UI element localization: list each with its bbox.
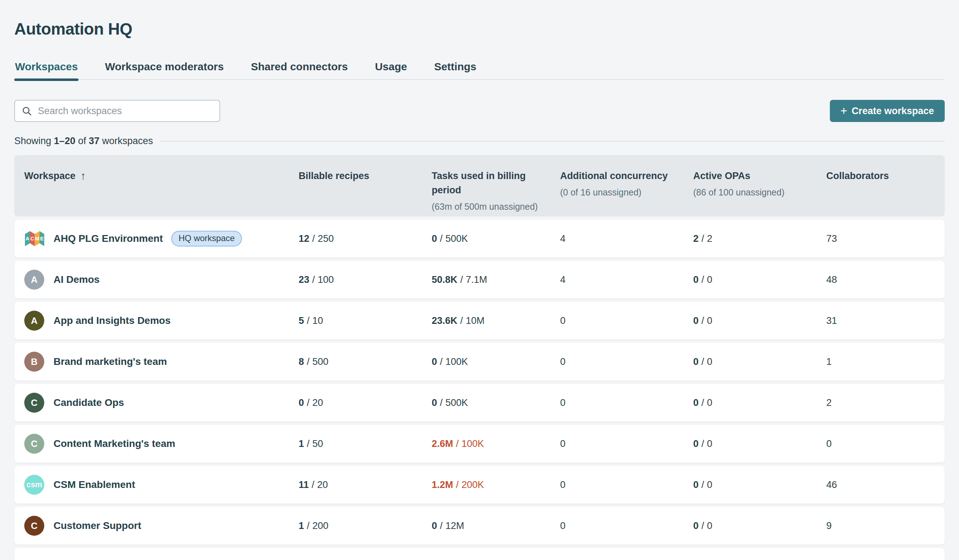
billable-recipes-cell: 12/250 xyxy=(299,233,432,244)
results-summary-row: Showing 1–20 of 37 workspaces xyxy=(14,135,945,146)
active-opas-cell: 0/0 xyxy=(693,356,826,368)
active-opas-cell: 0/0 xyxy=(693,479,826,490)
workspace-row[interactable]: C Customer Support 1/200 0/12M 0 0/0 9 xyxy=(14,507,945,545)
workspace-row[interactable]: ACME AHQ PLG Environment HQ workspace 12… xyxy=(14,220,945,258)
workspace-row[interactable]: csm CSM Enablement 11/20 1.2M/200K 0 0/0… xyxy=(14,466,945,504)
sort-ascending-icon: ↑ xyxy=(81,169,86,183)
automation-hq-page: Automation HQ Workspaces Workspace moder… xyxy=(0,19,959,560)
create-workspace-label: Create workspace xyxy=(852,106,934,117)
search-workspaces-box[interactable] xyxy=(14,100,220,122)
summary-of: of xyxy=(78,135,86,146)
workspace-avatar: C xyxy=(24,434,44,454)
workspace-name: AI Demos xyxy=(54,274,100,285)
billable-recipes-cell: 5/10 xyxy=(299,315,432,326)
workspace-avatar: csm xyxy=(24,475,44,495)
toolbar: + Create workspace xyxy=(14,100,945,122)
workspace-row[interactable]: A AI Demos 23/100 50.8K/7.1M 4 0/0 48 xyxy=(14,261,945,299)
column-header-billable-recipes[interactable]: Billable recipes xyxy=(299,169,432,183)
collaborators-cell: 31 xyxy=(826,315,945,326)
billable-recipes-cell: 1/50 xyxy=(299,438,432,449)
workspace-name: Brand marketing's team xyxy=(54,356,167,368)
concurrency-cell: 0 xyxy=(560,479,693,490)
tab-usage[interactable]: Usage xyxy=(374,60,408,80)
tasks-cell: 0/100K xyxy=(432,356,560,368)
concurrency-cell: 0 xyxy=(560,438,693,449)
workspace-cell: ACME AHQ PLG Environment HQ workspace xyxy=(14,229,299,248)
billable-recipes-cell: 0/20 xyxy=(299,397,432,409)
svg-text:E: E xyxy=(40,235,43,242)
workspace-cell: A AI Demos xyxy=(14,270,299,290)
tab-workspace-moderators[interactable]: Workspace moderators xyxy=(104,60,225,80)
workspace-name: App and Insights Demos xyxy=(54,315,170,326)
workspace-cell: C Customer Support xyxy=(14,516,299,536)
workspace-avatar: A xyxy=(24,270,44,290)
workspace-row[interactable]: B Brand marketing's team 8/500 0/100K 0 … xyxy=(14,343,945,380)
collaborators-cell: 73 xyxy=(826,233,945,244)
billable-recipes-cell: 8/500 xyxy=(299,356,432,368)
collaborators-cell: 0 xyxy=(826,438,945,449)
svg-text:C: C xyxy=(30,235,34,242)
tasks-cell: 23.6K/10M xyxy=(432,315,560,326)
tab-shared-connectors[interactable]: Shared connectors xyxy=(250,60,349,80)
tab-settings[interactable]: Settings xyxy=(433,60,477,80)
collaborators-cell: 2 xyxy=(826,397,945,409)
active-opas-cell: 0/0 xyxy=(693,520,826,531)
workspace-cell: csm CSM Enablement xyxy=(14,475,299,495)
summary-total: 37 xyxy=(89,135,100,146)
workspace-row[interactable]: A App and Insights Demos 5/10 23.6K/10M … xyxy=(14,302,945,340)
hq-workspace-badge: HQ workspace xyxy=(171,231,242,247)
summary-suffix: workspaces xyxy=(102,135,153,146)
workspace-avatar: C xyxy=(24,393,44,413)
tab-bar: Workspaces Workspace moderators Shared c… xyxy=(14,60,945,80)
column-header-active-opas[interactable]: Active OPAs (86 of 100 unassigned) xyxy=(693,169,826,198)
tasks-cell: 1.2M/200K xyxy=(432,479,560,490)
concurrency-cell: 4 xyxy=(560,274,693,285)
concurrency-cell: 0 xyxy=(560,520,693,531)
workspace-avatar: B xyxy=(24,352,44,372)
active-opas-cell: 0/0 xyxy=(693,438,826,449)
tasks-cell: 50.8K/7.1M xyxy=(432,274,560,285)
summary-range: 1–20 xyxy=(54,135,75,146)
workspace-name: AHQ PLG Environment xyxy=(54,233,163,244)
concurrency-cell: 0 xyxy=(560,315,693,326)
workspace-cell: C Candidate Ops xyxy=(14,393,299,413)
svg-text:M: M xyxy=(35,235,40,242)
column-header-tasks[interactable]: Tasks used in billing period (63m of 500… xyxy=(432,169,560,213)
workspace-row[interactable]: C Content Marketing's team 1/50 2.6M/100… xyxy=(14,425,945,463)
collaborators-cell: 46 xyxy=(826,479,945,490)
workspace-cell: B Brand marketing's team xyxy=(14,352,299,372)
workspace-cell: A App and Insights Demos xyxy=(14,311,299,331)
tasks-cell: 0/500K xyxy=(432,397,560,409)
create-workspace-button[interactable]: + Create workspace xyxy=(830,100,945,122)
workspace-cell: C Content Marketing's team xyxy=(14,434,299,454)
concurrency-cell: 0 xyxy=(560,397,693,409)
workspace-avatar: ACME xyxy=(24,229,44,248)
search-input[interactable] xyxy=(37,105,213,117)
column-header-workspace[interactable]: Workspace ↑ xyxy=(14,169,299,183)
summary-prefix: Showing xyxy=(14,135,51,146)
column-header-collaborators[interactable]: Collaborators xyxy=(826,169,945,183)
tasks-cell: 0/12M xyxy=(432,520,560,531)
workspace-row[interactable]: C Candidate Ops 0/20 0/500K 0 0/0 2 xyxy=(14,384,945,422)
concurrency-cell: 0 xyxy=(560,356,693,368)
workspace-avatar: C xyxy=(24,516,44,536)
workspace-avatar: A xyxy=(24,311,44,331)
tab-workspaces[interactable]: Workspaces xyxy=(14,60,78,80)
column-header-concurrency[interactable]: Additional concurrency (0 of 16 unassign… xyxy=(560,169,693,198)
page-title: Automation HQ xyxy=(14,19,945,38)
tasks-cell: 2.6M/100K xyxy=(432,438,560,449)
plus-icon: + xyxy=(841,105,847,117)
active-opas-cell: 0/0 xyxy=(693,315,826,326)
active-opas-cell: 2/2 xyxy=(693,233,826,244)
workspace-name: Candidate Ops xyxy=(54,397,124,409)
workspace-name: Customer Support xyxy=(54,520,141,531)
concurrency-cell: 4 xyxy=(560,233,693,244)
collaborators-cell: 1 xyxy=(826,356,945,368)
billable-recipes-cell: 23/100 xyxy=(299,274,432,285)
workspaces-table: Workspace ↑ Billable recipes Tasks used … xyxy=(14,155,945,560)
billable-recipes-cell: 11/20 xyxy=(299,479,432,490)
table-header: Workspace ↑ Billable recipes Tasks used … xyxy=(14,155,945,216)
billable-recipes-cell: 1/200 xyxy=(299,520,432,531)
svg-text:A: A xyxy=(26,235,30,242)
collaborators-cell: 9 xyxy=(826,520,945,531)
